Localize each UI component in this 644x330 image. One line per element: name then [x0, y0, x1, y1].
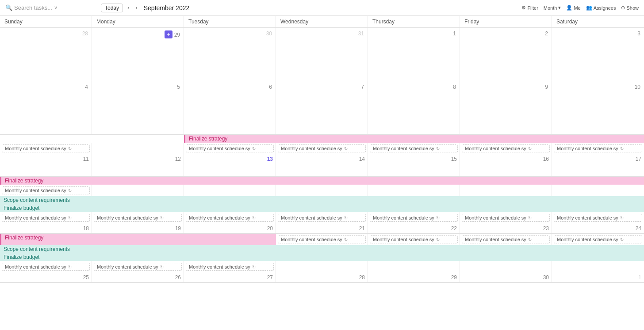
- day-number-9: 9: [463, 83, 549, 92]
- day-number-29: +29: [95, 30, 181, 40]
- finalize-strategy-span-week5[interactable]: Finalize strategy: [0, 234, 276, 245]
- day-headers: Sunday Monday Tuesday Wednesday Thursday…: [0, 16, 644, 28]
- week4-monthly-row1: Monthly content schedule sy ↻: [0, 185, 644, 196]
- task-label: Monthly content schedule sy: [373, 215, 434, 220]
- week3-task-col5: Monthly content schedule sy ↻: [368, 143, 460, 154]
- task-item[interactable]: Monthly content schedule sy ↻: [462, 235, 550, 243]
- w4b-col2: Monthly content schedule sy ↻: [92, 212, 184, 224]
- w4b-col4: Monthly content schedule sy ↻: [276, 212, 368, 224]
- month-label: Month: [544, 5, 557, 11]
- task-item[interactable]: Monthly content schedule sy ↻: [94, 214, 182, 222]
- task-item[interactable]: Monthly content schedule sy ↻: [370, 144, 458, 152]
- task-label: Monthly content schedule sy: [465, 237, 526, 242]
- assignees-button[interactable]: 👥 Assignees: [586, 5, 616, 11]
- sync-icon: ↻: [528, 237, 532, 242]
- date-29: 29: [368, 273, 460, 282]
- task-item[interactable]: Monthly content schedule sy ↻: [554, 144, 642, 152]
- task-item[interactable]: Monthly content schedule sy ↻: [462, 214, 550, 222]
- date-16: 16: [460, 154, 552, 176]
- w4-col5: [368, 185, 460, 196]
- week3-task-col2: [92, 143, 184, 154]
- task-item[interactable]: Monthly content schedule sy ↻: [370, 235, 458, 243]
- task-label: Monthly content schedule sy: [281, 237, 342, 242]
- task-label: Monthly content schedule sy: [5, 146, 66, 151]
- week5-span-row: Finalize strategy Monthly content schedu…: [0, 234, 644, 245]
- finalize-budget-span[interactable]: Finalize budget: [0, 204, 644, 212]
- w4b-col6: Monthly content schedule sy ↻: [460, 212, 552, 224]
- day-number-10: 10: [555, 83, 641, 92]
- week4-monthly-row2: Monthly content schedule sy ↻ Monthly co…: [0, 212, 644, 224]
- day-cell-28: 28: [0, 28, 92, 81]
- day-number-30: 30: [187, 30, 273, 38]
- task-label: Monthly content schedule sy: [373, 146, 434, 151]
- w5-right6: Monthly content schedule sy ↻: [460, 234, 552, 245]
- task-item[interactable]: Monthly content schedule sy ↻: [186, 214, 274, 222]
- day-number-5: 5: [95, 83, 181, 92]
- day-number-28: 28: [3, 30, 89, 38]
- search-dropdown-icon[interactable]: ∨: [54, 5, 58, 11]
- task-item[interactable]: Monthly content schedule sy ↻: [2, 263, 90, 271]
- date-23: 23: [460, 224, 552, 233]
- task-label: Monthly content schedule sy: [281, 215, 342, 220]
- prev-arrow[interactable]: ‹: [126, 4, 131, 12]
- finalize-strategy-span-week4[interactable]: Finalize strategy: [0, 177, 644, 185]
- w5-right7: Monthly content schedule sy ↻: [552, 234, 644, 245]
- date-12: 12: [92, 154, 184, 176]
- task-item[interactable]: Monthly content schedule sy ↻: [186, 144, 274, 152]
- w5-right5: Monthly content schedule sy ↻: [368, 234, 460, 245]
- day-number-4: 4: [3, 83, 89, 92]
- search-input-placeholder[interactable]: Search tasks...: [14, 4, 52, 11]
- assignees-icon: 👥: [586, 5, 592, 11]
- header-wednesday: Wednesday: [276, 16, 368, 27]
- task-item[interactable]: Monthly content schedule sy ↻: [278, 144, 366, 152]
- finalize-budget-span-w5[interactable]: Finalize budget: [0, 253, 644, 261]
- month-button[interactable]: Month ▾: [544, 5, 561, 11]
- task-label: Monthly content schedule sy: [5, 264, 66, 269]
- sync-icon: ↻: [252, 265, 256, 269]
- task-item[interactable]: Monthly content schedule sy ↻: [186, 263, 274, 271]
- w4b-col1: Monthly content schedule sy ↻: [0, 212, 92, 224]
- task-item[interactable]: Monthly content schedule sy ↻: [554, 214, 642, 222]
- task-label: Monthly content schedule sy: [5, 188, 66, 193]
- scope-content-span-w5[interactable]: Scope content requirements: [0, 245, 644, 253]
- today-button[interactable]: Today: [101, 4, 123, 12]
- next-arrow[interactable]: ›: [134, 4, 139, 12]
- task-item[interactable]: Monthly content schedule sy ↻: [278, 235, 366, 243]
- nav-group: Today ‹ › September 2022: [101, 4, 189, 12]
- w4b-col5: Monthly content schedule sy ↻: [368, 212, 460, 224]
- task-label: Monthly content schedule sy: [189, 264, 250, 269]
- task-item[interactable]: Monthly content schedule sy ↻: [462, 144, 550, 152]
- task-label: Monthly content schedule sy: [557, 215, 618, 220]
- task-item[interactable]: Monthly content schedule sy ↻: [2, 186, 90, 194]
- task-item[interactable]: Monthly content schedule sy ↻: [278, 214, 366, 222]
- task-item[interactable]: Monthly content schedule sy ↻: [370, 214, 458, 222]
- scope-content-span[interactable]: Scope content requirements: [0, 196, 644, 204]
- header-monday: Monday: [92, 16, 184, 27]
- task-item[interactable]: Monthly content schedule sy ↻: [2, 214, 90, 222]
- month-dropdown-icon: ▾: [558, 5, 561, 11]
- sync-icon: ↻: [436, 216, 440, 220]
- date-28: 28: [276, 273, 368, 282]
- show-label: Show: [626, 5, 639, 11]
- task-item[interactable]: Monthly content schedule sy ↻: [554, 235, 642, 243]
- show-button[interactable]: ⊙ Show: [621, 5, 639, 11]
- w5b-col3: Monthly content schedule sy ↻: [184, 261, 276, 273]
- add-task-29-button[interactable]: +: [165, 30, 172, 38]
- task-label: Monthly content schedule sy: [97, 215, 158, 220]
- w4b-col3: Monthly content schedule sy ↻: [184, 212, 276, 224]
- me-button[interactable]: 👤 Me: [566, 5, 580, 11]
- sync-icon: ↻: [68, 146, 72, 151]
- header-tuesday: Tuesday: [184, 16, 276, 27]
- sync-icon: ↻: [252, 216, 256, 220]
- sync-icon: ↻: [620, 146, 624, 151]
- week4-dates-row: 18 19 20 21 22 23 24: [0, 224, 644, 233]
- sync-icon: ↻: [252, 146, 256, 151]
- day-cell-8: 8: [368, 81, 460, 134]
- finalize-strategy-span-week3[interactable]: Finalize strategy: [184, 135, 644, 143]
- sync-icon: ↻: [68, 216, 72, 220]
- header-saturday: Saturday: [552, 16, 644, 27]
- task-item[interactable]: Monthly content schedule sy ↻: [94, 263, 182, 271]
- task-item[interactable]: Monthly content schedule sy ↻: [2, 144, 90, 152]
- filter-button[interactable]: ⚙ Filter: [521, 5, 538, 11]
- date-13-today: 13: [184, 154, 276, 176]
